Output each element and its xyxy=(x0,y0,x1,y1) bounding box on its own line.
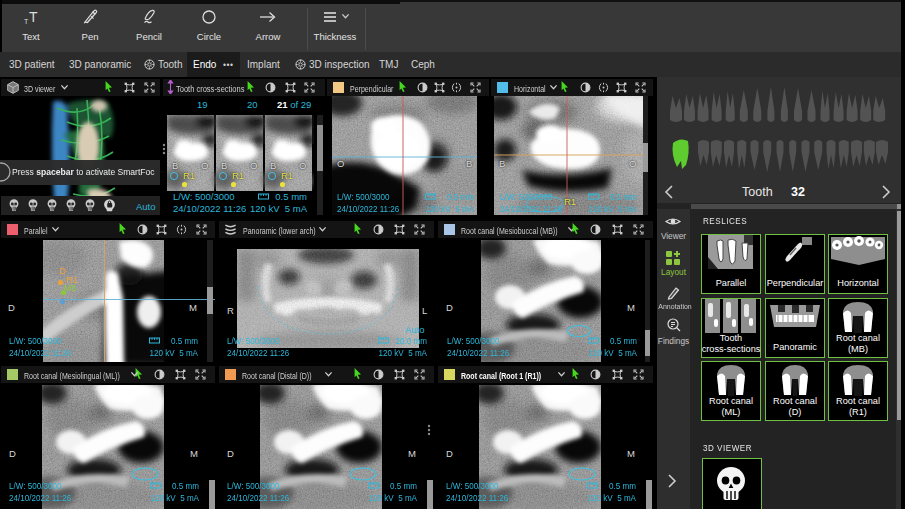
svg-text:T: T xyxy=(29,9,38,25)
svg-text:T: T xyxy=(24,18,29,25)
